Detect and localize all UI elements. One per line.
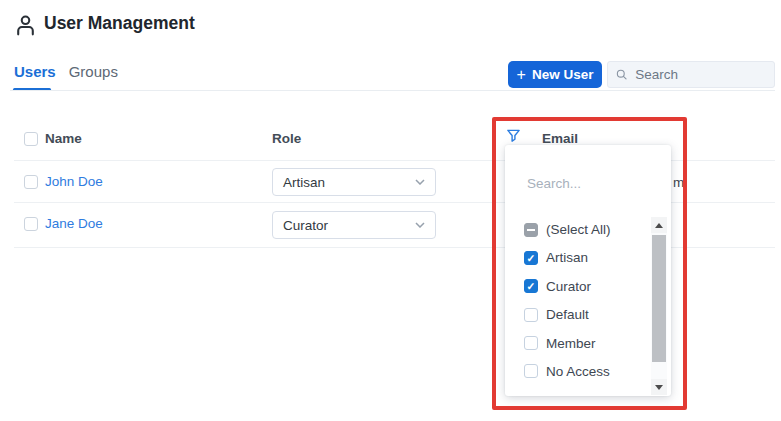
email-cell-clipped: m — [673, 176, 684, 190]
filter-search-input[interactable] — [525, 169, 647, 197]
chevron-down-icon — [415, 222, 425, 228]
arrow-up-icon — [655, 223, 663, 228]
scroll-down-button[interactable] — [651, 379, 667, 395]
filter-option-label: No Access — [546, 364, 610, 379]
checkbox-checked-icon[interactable] — [524, 251, 538, 265]
user-name-link[interactable]: John Doe — [45, 175, 103, 189]
scrollbar-thumb[interactable] — [652, 235, 666, 362]
person-icon — [13, 13, 38, 38]
filter-list-scrollbar — [651, 217, 667, 395]
filter-option-label: Member — [546, 336, 596, 351]
checkbox-checked-icon[interactable] — [524, 279, 538, 293]
filter-option-label: (Select All) — [546, 222, 611, 237]
user-search-input[interactable] — [633, 66, 766, 83]
row-checkbox-jane-doe[interactable] — [24, 217, 38, 231]
search-icon — [616, 68, 627, 81]
role-select-value: Curator — [283, 218, 328, 233]
role-select-value: Artisan — [283, 175, 325, 190]
user-search-box — [607, 61, 775, 88]
new-user-button[interactable]: + New User — [508, 61, 602, 88]
filter-option-label: Curator — [546, 279, 591, 294]
user-management-page: User Management Users Groups + New User … — [0, 0, 781, 421]
tab-bar: Users Groups — [14, 63, 118, 80]
new-user-button-label: New User — [532, 67, 594, 82]
filter-option-label: Default — [546, 307, 589, 322]
filter-option-select-all[interactable]: (Select All) — [505, 216, 651, 243]
row-checkbox-john-doe[interactable] — [24, 175, 38, 189]
filter-option-artisan[interactable]: Artisan — [505, 244, 651, 271]
tabs-divider — [10, 90, 775, 91]
checkbox-unchecked-icon[interactable] — [524, 336, 538, 350]
filter-option-default[interactable]: Default — [505, 301, 651, 328]
checkbox-unchecked-icon[interactable] — [524, 308, 538, 322]
filter-icon[interactable] — [506, 128, 521, 144]
tab-groups[interactable]: Groups — [69, 63, 118, 80]
checkbox-indeterminate-icon[interactable] — [524, 223, 538, 237]
email-filter-dropdown: (Select All) Artisan Curator Default Mem… — [505, 145, 671, 396]
filter-option-member[interactable]: Member — [505, 330, 651, 357]
user-name-link[interactable]: Jane Doe — [45, 217, 103, 231]
column-header-role: Role — [272, 132, 301, 146]
role-select-john-doe[interactable]: Artisan — [272, 168, 436, 196]
column-header-email: Email — [542, 132, 578, 146]
checkbox-unchecked-icon[interactable] — [524, 364, 538, 378]
filter-option-list: (Select All) Artisan Curator Default Mem… — [505, 216, 651, 385]
column-header-name: Name — [45, 132, 82, 146]
filter-option-no-access[interactable]: No Access — [505, 358, 651, 385]
arrow-down-icon — [655, 385, 663, 390]
chevron-down-icon — [415, 179, 425, 185]
plus-icon: + — [517, 67, 526, 83]
scroll-up-button[interactable] — [651, 217, 667, 233]
role-select-jane-doe[interactable]: Curator — [272, 211, 436, 239]
tab-users[interactable]: Users — [14, 63, 56, 80]
select-all-rows-checkbox[interactable] — [24, 132, 38, 146]
page-title: User Management — [44, 13, 195, 34]
filter-option-label: Artisan — [546, 250, 588, 265]
filter-option-curator[interactable]: Curator — [505, 273, 651, 300]
